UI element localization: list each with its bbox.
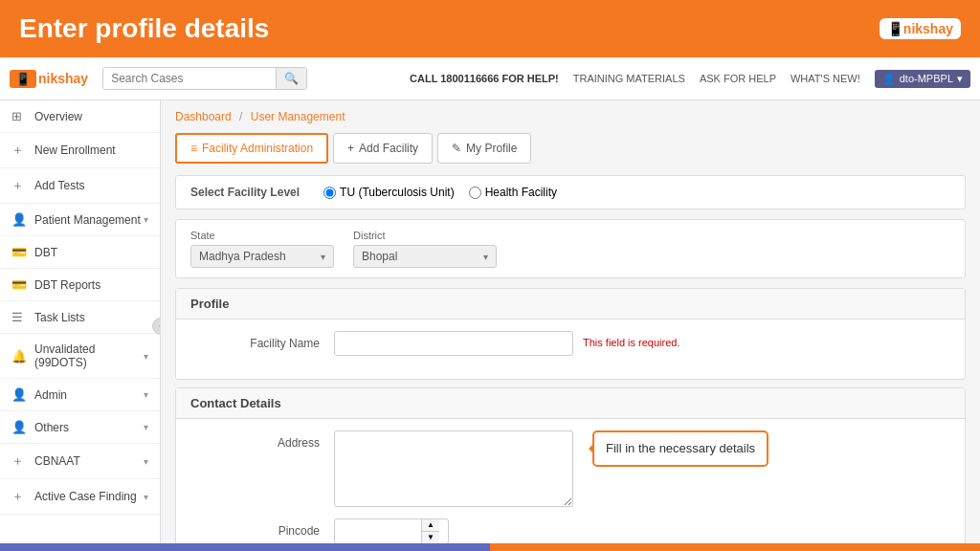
pincode-input-group[interactable]: ▲ ▼ (334, 518, 449, 544)
district-select[interactable]: Bhopal ▾ (353, 245, 497, 268)
tab-label-add-facility: Add Facility (359, 142, 418, 155)
sidebar-label-admin: Admin (34, 388, 67, 402)
state-dropdown-arrow: ▾ (321, 252, 325, 262)
tab-facility-administration[interactable]: ≡ Facility Administration (175, 133, 328, 164)
sidebar-item-unvalidated[interactable]: 🔔 Unvalidated (99DOTS) ▾ (0, 334, 160, 379)
banner-title: Enter profile details (19, 13, 269, 44)
callout-tooltip: Fill in the necessary details (592, 430, 768, 467)
sidebar-label-unvalidated: Unvalidated (99DOTS) (34, 342, 144, 369)
person-icon: 👤 (11, 420, 27, 434)
chevron-down-icon: ▾ (144, 389, 148, 400)
pincode-row: Pincode ▲ ▼ (190, 518, 950, 544)
radio-tu-label: TU (Tuberculosis Unit) (340, 186, 455, 199)
sidebar-item-patient-management[interactable]: 👤 Patient Management ▾ (0, 204, 160, 236)
sidebar-item-task-lists[interactable]: ☰ Task Lists (0, 301, 160, 334)
pincode-input[interactable] (335, 521, 421, 542)
person-icon: 👤 (11, 212, 27, 227)
radio-health-facility[interactable]: Health Facility (469, 186, 557, 199)
sidebar-item-cbnaat[interactable]: ＋ CBNAAT ▾ (0, 444, 160, 479)
top-banner: Enter profile details 📱nikshay (0, 0, 980, 57)
state-select[interactable]: Madhya Pradesh ▾ (190, 245, 334, 268)
list-icon: ≡ (190, 142, 197, 155)
tab-add-facility[interactable]: + Add Facility (333, 133, 433, 164)
plus-icon: ＋ (11, 488, 27, 505)
ask-help-link[interactable]: ASK FOR HELP (700, 73, 776, 84)
search-box[interactable]: 🔍 (102, 67, 307, 90)
tab-label-facility-administration: Facility Administration (202, 142, 313, 155)
chevron-down-icon: ▾ (144, 351, 148, 362)
card-icon: 💳 (11, 277, 27, 292)
sidebar-item-others[interactable]: 👤 Others ▾ (0, 411, 160, 444)
sidebar-item-dbt[interactable]: 💳 DBT (0, 236, 160, 269)
user-name: dto-MPBPL (900, 73, 953, 84)
sidebar-item-dbt-reports[interactable]: 💳 DBT Reports (0, 269, 160, 301)
district-dropdown-arrow: ▾ (483, 252, 488, 262)
plus-icon: + (347, 142, 354, 155)
nikshay-logo: 📱nikshay (880, 18, 961, 39)
breadcrumb-current[interactable]: User Management (251, 110, 345, 123)
facility-level-label: Select Facility Level (190, 186, 300, 199)
sidebar-item-admin[interactable]: 👤 Admin ▾ (0, 379, 160, 411)
list-icon: ☰ (11, 310, 27, 324)
profile-section: Profile Facility Name This field is requ… (175, 288, 966, 380)
nav-links: CALL 1800116666 FOR HELP! TRAINING MATER… (410, 70, 970, 88)
plus-icon: ＋ (11, 142, 27, 159)
pincode-increment[interactable]: ▲ (422, 519, 439, 532)
facility-level-row: Select Facility Level TU (Tuberculosis U… (175, 175, 966, 209)
address-label: Address (190, 430, 334, 450)
pincode-label: Pincode (190, 518, 334, 538)
footer-bar (0, 543, 980, 551)
person-icon: 👤 (11, 387, 27, 402)
chevron-down-icon: ▾ (144, 456, 148, 467)
call-link[interactable]: CALL 1800116666 FOR HELP! (410, 73, 559, 84)
alert-icon: 🔔 (11, 349, 27, 364)
facility-name-row: Facility Name This field is required. (190, 331, 950, 356)
radio-tu-input[interactable] (323, 187, 336, 199)
sidebar-label-cbnaat: CBNAAT (34, 454, 80, 468)
radio-health-facility-label: Health Facility (485, 186, 557, 199)
logo-text: nikshay (38, 71, 88, 86)
facility-name-input[interactable] (334, 331, 573, 356)
radio-tu[interactable]: TU (Tuberculosis Unit) (323, 186, 455, 199)
grid-icon: ⊞ (11, 109, 27, 123)
tab-label-my-profile: My Profile (466, 142, 517, 155)
state-label: State (190, 230, 334, 241)
district-value: Bhopal (362, 250, 397, 263)
district-label: District (353, 230, 497, 241)
search-input[interactable] (103, 68, 276, 89)
sidebar-item-add-tests[interactable]: ＋ Add Tests (0, 168, 160, 204)
sidebar-label-dbt-reports: DBT Reports (34, 278, 100, 292)
sidebar-item-active-case-finding[interactable]: ＋ Active Case Finding ▾ (0, 479, 160, 515)
sidebar-label-patient-management: Patient Management (34, 213, 141, 227)
contact-section: Contact Details Address Fill in the nece… (175, 387, 966, 551)
sidebar-item-overview[interactable]: ⊞ Overview (0, 100, 160, 133)
whats-new-link[interactable]: WHAT'S NEW! (791, 73, 860, 84)
sidebar-item-new-enrollment[interactable]: ＋ New Enrollment (0, 133, 160, 168)
callout-text: Fill in the necessary details (606, 441, 755, 455)
sidebar: ⊞ Overview ＋ New Enrollment ＋ Add Tests … (0, 100, 161, 551)
plus-icon: ＋ (11, 452, 27, 470)
search-button[interactable]: 🔍 (276, 68, 306, 89)
layout: ⊞ Overview ＋ New Enrollment ＋ Add Tests … (0, 100, 980, 551)
chevron-down-icon: ▾ (144, 422, 148, 432)
state-value: Madhya Pradesh (199, 250, 286, 263)
navbar: 📱 nikshay 🔍 CALL 1800116666 FOR HELP! TR… (0, 57, 980, 100)
state-field-group: State Madhya Pradesh ▾ (190, 230, 334, 268)
pincode-decrement[interactable]: ▼ (422, 532, 439, 543)
radio-health-facility-input[interactable] (469, 187, 481, 199)
contact-section-header: Contact Details (176, 388, 965, 419)
profile-section-header: Profile (176, 289, 965, 320)
breadcrumb-root[interactable]: Dashboard (175, 110, 232, 123)
sidebar-label-others: Others (34, 421, 69, 434)
address-input[interactable] (334, 430, 573, 507)
sidebar-label-overview: Overview (34, 110, 82, 123)
user-badge[interactable]: 👤 dto-MPBPL ▾ (875, 70, 970, 88)
address-row: Address Fill in the necessary details (190, 430, 950, 507)
plus-icon: ＋ (11, 177, 27, 194)
tab-my-profile[interactable]: ✎ My Profile (437, 133, 531, 164)
profile-section-body: Facility Name This field is required. (176, 320, 965, 379)
card-icon: 💳 (11, 245, 27, 259)
banner-logo: 📱nikshay (880, 18, 961, 39)
facility-name-error: This field is required. (583, 331, 680, 348)
training-link[interactable]: TRAINING MATERIALS (573, 73, 685, 84)
